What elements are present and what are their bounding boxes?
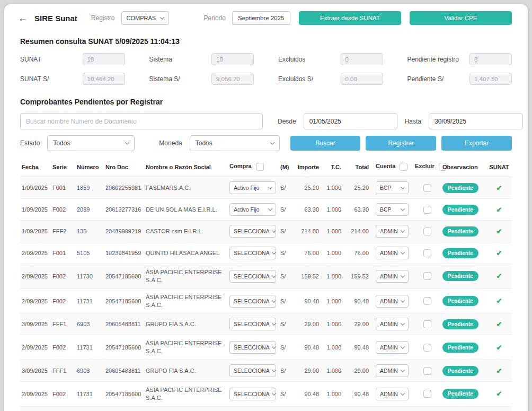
topbar: ← SIRE Sunat Registro COMPRAS Periodo Se…: [4, 4, 528, 30]
chevron-down-icon: [125, 140, 129, 144]
column-header-sunat: SUNAT: [486, 157, 512, 177]
excluir-checkbox[interactable]: [423, 344, 431, 352]
status-badge: Pendiente: [442, 271, 478, 281]
cell-compra: SELECCIONA: [228, 242, 279, 264]
cuenta-select-value: ADMIN: [380, 298, 398, 304]
cell-sunat: ✔: [486, 360, 512, 382]
compra-select[interactable]: SELECCIONA: [229, 295, 276, 308]
cell-tc: 1.000: [324, 288, 347, 313]
compra-select[interactable]: SELECCIONA: [229, 270, 276, 283]
chevron-down-icon: [401, 345, 405, 349]
cell-observacion: Pendiente: [441, 177, 486, 199]
extract-sunat-button[interactable]: Extraer desde SUNAT: [299, 11, 401, 25]
cuenta-select[interactable]: BCP: [376, 203, 409, 216]
cell-tc: 1.000: [324, 177, 347, 199]
cell-nro-doc: 20547185600: [104, 288, 144, 313]
summary-field-label: SUNAT S/: [20, 75, 49, 83]
sunat-check-icon: ✔: [496, 184, 502, 192]
cuenta-select[interactable]: ADMIN: [376, 364, 409, 377]
sunat-check-icon: ✔: [496, 390, 502, 398]
excluir-checkbox[interactable]: [423, 184, 431, 192]
cell-moneda: S/: [279, 360, 295, 382]
cell-cuenta: BCP: [374, 199, 413, 221]
compra-select[interactable]: Activo Fijo: [229, 203, 276, 216]
cell-fecha: 1/09/2025: [20, 177, 51, 199]
cell-importe: 29.00: [295, 313, 324, 335]
status-badge: Pendiente: [442, 296, 478, 306]
hasta-date-input[interactable]: [429, 113, 523, 129]
excluir-checkbox[interactable]: [423, 367, 431, 375]
cell-cuenta: BCP: [374, 177, 413, 199]
compra-select-all-checkbox[interactable]: [256, 163, 264, 171]
cuenta-select[interactable]: ADMIN: [376, 388, 409, 400]
periodo-field[interactable]: Septiembre 2025: [232, 11, 290, 25]
back-button[interactable]: ←: [18, 13, 28, 23]
cell-nro-doc: 20602255981: [104, 177, 144, 199]
status-badge: Pendiente: [442, 366, 478, 376]
registrar-button[interactable]: Registrar: [366, 136, 436, 151]
chevron-down-icon: [401, 321, 405, 326]
cell-razon-social: FASEMARS.A.C.: [144, 177, 228, 199]
buscar-button[interactable]: Buscar: [290, 136, 361, 151]
compra-select[interactable]: SELECCIONA: [229, 364, 276, 377]
cell-fecha: 3/09/2025: [20, 360, 51, 382]
cuenta-select[interactable]: ADMIN: [376, 318, 409, 330]
compra-select[interactable]: SELECCIONA: [229, 318, 276, 330]
excluir-checkbox[interactable]: [423, 297, 431, 305]
cell-tc: 1.000: [324, 221, 347, 242]
excluir-checkbox[interactable]: [423, 206, 431, 214]
registro-select[interactable]: COMPRAS: [121, 11, 169, 25]
search-input[interactable]: [20, 113, 263, 129]
cuenta-select-all-checkbox[interactable]: [400, 163, 407, 171]
sunat-check-icon: ✔: [496, 297, 502, 305]
chevron-down-icon: [401, 206, 405, 211]
cuenta-select[interactable]: ADMIN: [376, 341, 409, 354]
moneda-select[interactable]: Todos: [190, 135, 280, 151]
excluir-checkbox[interactable]: [423, 249, 431, 257]
compra-select-value: SELECCIONA: [234, 273, 270, 279]
cell-razon-social: ASIA PACIFIC ENTERPRISE S.A.C.: [144, 335, 228, 360]
chevron-down-icon: [401, 368, 405, 372]
cell-nro-doc: 20605483811: [104, 406, 144, 411]
cell-compra: SELECCIONA: [228, 264, 279, 289]
compra-select[interactable]: SELECCIONA: [229, 225, 276, 238]
compra-select-value: SELECCIONA: [234, 368, 270, 374]
cell-cuenta: ADMIN: [374, 360, 413, 382]
table-row: 2/09/2025F0021173120547185600ASIA PACIFI…: [20, 335, 512, 360]
summary-field-label: SUNAT: [20, 56, 41, 63]
exportar-button[interactable]: Exportar: [441, 136, 512, 151]
cuenta-select[interactable]: ADMIN: [376, 247, 409, 259]
cell-observacion: Pendiente: [441, 335, 486, 360]
summary-field-input: [469, 53, 512, 65]
estado-select-value: Todos: [53, 139, 70, 147]
cell-serie: FFF1: [51, 406, 75, 411]
cuenta-select[interactable]: ADMIN: [376, 225, 409, 238]
cuenta-select[interactable]: ADMIN: [376, 295, 409, 308]
cuenta-select[interactable]: BCP: [376, 181, 409, 194]
compra-select[interactable]: SELECCIONA: [229, 247, 276, 259]
cell-sunat: ✔: [486, 406, 512, 411]
excluir-checkbox[interactable]: [423, 320, 431, 328]
table-row: 1/09/2025F001185920602255981FASEMARS.A.C…: [20, 177, 512, 199]
validate-cpe-button[interactable]: Validar CPE: [410, 11, 512, 25]
estado-select[interactable]: Todos: [47, 135, 135, 151]
cell-serie: F002: [51, 288, 75, 313]
excluir-checkbox[interactable]: [423, 390, 431, 398]
cell-compra: Activo Fijo: [228, 199, 279, 221]
compra-select[interactable]: SELECCIONA: [229, 388, 276, 400]
desde-date-input[interactable]: [304, 113, 397, 129]
compra-select[interactable]: Activo Fijo: [229, 181, 276, 194]
cuenta-select-value: ADMIN: [380, 368, 398, 374]
compra-select[interactable]: SELECCIONA: [229, 341, 276, 354]
pending-title: Comprobantes Pendientes por Registrar: [20, 98, 512, 106]
column-header-total: Total: [347, 157, 374, 177]
cell-importe: 25.20: [295, 177, 324, 199]
chevron-down-icon: [401, 298, 405, 302]
excluir-checkbox[interactable]: [423, 272, 431, 280]
cuenta-select-value: BCP: [380, 185, 392, 191]
periodo-value: Septiembre 2025: [238, 15, 285, 21]
cell-excluir: [413, 242, 441, 264]
excluir-checkbox[interactable]: [423, 228, 431, 235]
cuenta-select[interactable]: ADMIN: [376, 270, 409, 283]
cuenta-select-value: ADMIN: [380, 391, 398, 397]
